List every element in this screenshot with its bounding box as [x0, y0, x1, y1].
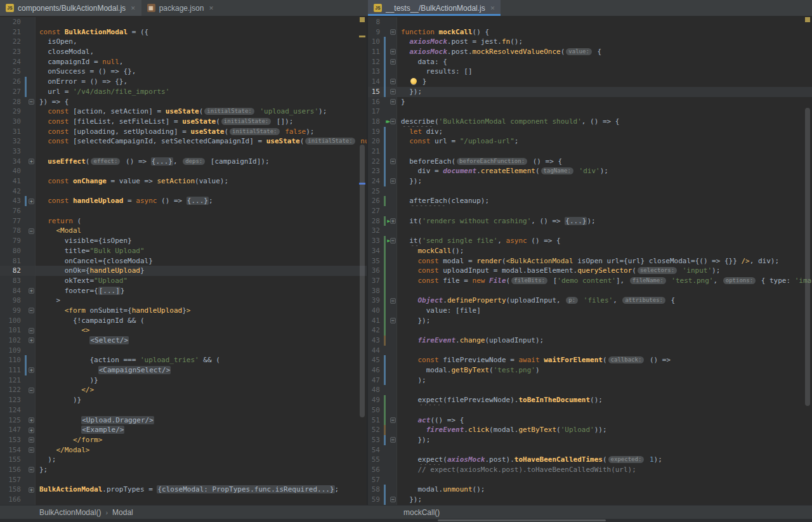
code-line[interactable]: 27 — [368, 206, 812, 216]
code-text[interactable]: it('renders without crashing', () => {..… — [397, 216, 812, 226]
code-line[interactable]: 77 return ( — [0, 216, 367, 226]
code-line[interactable]: 124 — [0, 405, 367, 415]
code-text[interactable]: visible={isOpen} — [36, 236, 367, 246]
code-line[interactable]: 41 const onChange = value => setAction(v… — [0, 176, 367, 186]
code-line[interactable]: 27 url = '/v4/dash/file_imports' — [0, 87, 367, 97]
code-line[interactable]: 33 — [0, 147, 367, 157]
code-line[interactable]: 78− <Modal — [0, 226, 367, 236]
fold-toggle-icon[interactable]: − — [390, 79, 396, 84]
code-text[interactable]: return ( — [36, 216, 367, 226]
code-text[interactable]: const [fileList, setFileList] = useState… — [36, 117, 367, 127]
code-line[interactable]: 42 — [368, 325, 812, 336]
fold-toggle-icon[interactable]: − — [29, 447, 34, 453]
code-line[interactable]: 33▶− it('send single file', async () => … — [368, 236, 812, 246]
fold-toggle-icon[interactable]: − — [29, 388, 34, 393]
code-text[interactable]: {action === 'upload_tries' && ( — [36, 355, 367, 365]
code-text[interactable]: modal.getByText('test.png') — [397, 365, 812, 375]
fold-toggle-icon[interactable]: − — [390, 178, 396, 184]
breadcrumb-item-function[interactable]: BulkActionModal() — [39, 508, 101, 517]
fold-toggle-icon[interactable]: + — [29, 199, 34, 204]
code-line[interactable]: 40 — [0, 166, 367, 176]
code-line[interactable]: 82 onOk={handleUpload} — [0, 266, 367, 276]
code-line[interactable]: 52 fireEvent.click(modal.getByText('Uplo… — [368, 425, 812, 435]
code-text[interactable]: const filePreviewNode = await waitForEle… — [397, 355, 812, 365]
code-line[interactable]: 16−} — [368, 97, 812, 107]
code-text[interactable] — [36, 147, 367, 157]
breadcrumb-item-element[interactable]: Modal — [112, 508, 133, 517]
code-line[interactable]: 28−}) => { — [0, 97, 367, 107]
code-text[interactable]: expect(filePreviewNode).toBeInTheDocumen… — [397, 395, 812, 405]
code-line[interactable]: 15− }); — [368, 87, 812, 97]
fold-toggle-icon[interactable]: − — [390, 119, 396, 124]
code-text[interactable]: } — [397, 77, 812, 87]
code-line[interactable]: 20 const url = "/upload-url"; — [368, 136, 812, 147]
code-text[interactable]: it('send single file', async () => { — [397, 236, 812, 246]
code-line[interactable]: 25 — [368, 186, 812, 197]
code-line[interactable]: 26 onError = () => {}, — [0, 77, 367, 87]
code-line[interactable]: 13 results: [] — [368, 67, 812, 77]
code-line[interactable]: 43 fireEvent.change(uploadInput); — [368, 336, 812, 346]
code-text[interactable]: modal.unmount(); — [397, 485, 812, 495]
code-line[interactable]: 50 — [368, 405, 812, 415]
code-text[interactable]: }); — [397, 435, 812, 445]
breadcrumb-item-function[interactable]: mockCall() — [403, 508, 440, 517]
code-line[interactable]: 20 — [0, 17, 367, 27]
fold-toggle-icon[interactable]: − — [390, 29, 396, 35]
editor-pane-component[interactable]: 2021const BulkActionModal = ({22 isOpen,… — [0, 16, 367, 505]
code-text[interactable] — [397, 206, 812, 216]
fold-toggle-icon[interactable]: + — [29, 427, 34, 433]
code-line[interactable]: 43+ const handleUpload = async () => {..… — [0, 196, 367, 206]
code-line[interactable]: 99− <form onSubmit={handleUpload}> — [0, 306, 367, 316]
code-line[interactable]: 101− <> — [0, 325, 367, 336]
code-line[interactable]: 11− axiosMock.post.mockResolvedValueOnce… — [368, 47, 812, 57]
code-text[interactable]: {!campaignId && ( — [36, 316, 367, 326]
code-text[interactable]: const uploadInput = modal.baseElement.qu… — [397, 266, 812, 276]
warning-stripe-mark[interactable] — [359, 36, 365, 37]
code-line[interactable]: 157 — [0, 475, 367, 485]
code-text[interactable]: isOpen, — [36, 37, 367, 47]
code-line[interactable]: 21 — [368, 147, 812, 157]
code-line[interactable]: 156−}; — [0, 465, 367, 475]
code-line[interactable]: 23 closeModal, — [0, 47, 367, 57]
code-line[interactable]: 54 — [368, 445, 812, 455]
code-text[interactable]: const [uploading, setUploading] = useSta… — [36, 127, 367, 137]
tab-components-bulkactionmodal-js[interactable]: JS components/BulkActionModal.js ✕ — [0, 0, 141, 16]
code-text[interactable]: const file = new File(fileBits: ['demo c… — [397, 276, 812, 286]
code-text[interactable] — [36, 346, 367, 356]
code-text[interactable] — [397, 17, 812, 27]
code-line[interactable]: 18▶▶−describe('BulkActionModal component… — [368, 117, 812, 127]
code-line[interactable]: 31 const [uploading, setUploading] = use… — [0, 127, 367, 137]
fold-toggle-icon[interactable]: − — [390, 159, 396, 164]
code-line[interactable]: 37 const file = new File(fileBits: ['dem… — [368, 276, 812, 286]
code-text[interactable]: }) => { — [36, 97, 367, 107]
code-text[interactable]: Object.defineProperty(uploadInput, p: 'f… — [397, 296, 812, 306]
code-line[interactable]: 79 visible={isOpen} — [0, 236, 367, 246]
code-text[interactable]: title="Bulk Upload" — [36, 246, 367, 256]
code-text[interactable]: const onChange = value => setAction(valu… — [36, 176, 367, 186]
fold-toggle-icon[interactable]: + — [29, 367, 34, 373]
code-text[interactable]: results: [] — [397, 67, 812, 77]
code-line[interactable]: 26 afterEach(cleanup); — [368, 196, 812, 206]
code-line[interactable]: 14− } — [368, 77, 812, 87]
code-line[interactable]: 23 div = document.createElement(tagName:… — [368, 166, 812, 176]
code-line[interactable]: 109 — [0, 346, 367, 356]
code-line[interactable]: 58 modal.unmount(); — [368, 485, 812, 495]
code-line[interactable]: 98 > — [0, 296, 367, 306]
fold-toggle-icon[interactable]: − — [390, 318, 396, 323]
code-text[interactable]: expect(axiosMock.post).toHaveBeenCalledT… — [397, 455, 812, 465]
fold-toggle-icon[interactable]: + — [29, 288, 34, 294]
code-line[interactable]: 21const BulkActionModal = ({ — [0, 27, 367, 37]
code-text[interactable]: </> — [36, 385, 367, 395]
code-line[interactable]: 110 {action === 'upload_tries' && ( — [0, 355, 367, 365]
code-text[interactable]: useEffect(effect: () => {...}, deps: [ca… — [36, 157, 367, 167]
code-line[interactable]: 32 const [selectedCampaignId, setSelecte… — [0, 136, 367, 147]
code-text[interactable]: const BulkActionModal = ({ — [36, 27, 367, 37]
fold-toggle-icon[interactable]: − — [29, 437, 34, 443]
code-text[interactable]: // expect(axiosMock.post).toHaveBeenCall… — [397, 465, 812, 475]
tab-tests-bulkactionmodal-js[interactable]: JS __tests__/BulkActionModal.js ✕ — [368, 0, 501, 16]
code-line[interactable]: 39− Object.defineProperty(uploadInput, p… — [368, 296, 812, 306]
fold-toggle-icon[interactable]: − — [29, 328, 34, 334]
fold-toggle-icon[interactable]: + — [390, 218, 396, 224]
code-line[interactable]: 22− beforeEach(beforeEachFunction: () =>… — [368, 157, 812, 167]
code-line[interactable]: 34 mockCall(); — [368, 246, 812, 256]
